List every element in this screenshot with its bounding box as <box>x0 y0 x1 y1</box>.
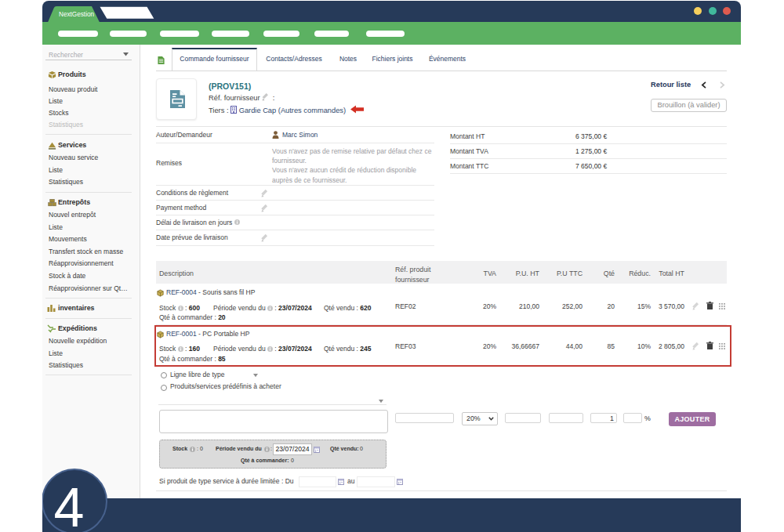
svg-text:NextGestion: NextGestion <box>59 11 94 18</box>
